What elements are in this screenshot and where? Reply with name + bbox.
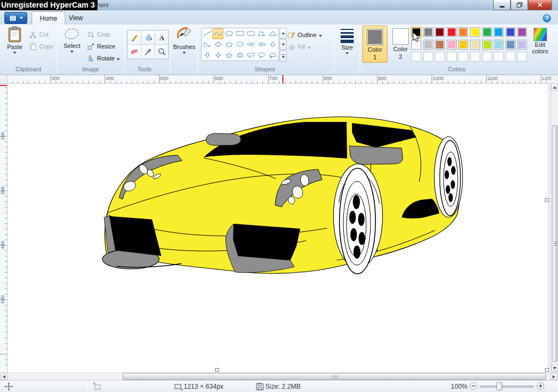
help-icon[interactable]: ? [543, 14, 551, 22]
shape-ellipse[interactable] [223, 28, 234, 39]
triangle-down-icon [282, 56, 285, 58]
palette-empty-slot[interactable] [411, 52, 421, 62]
palette-swatch[interactable] [506, 27, 515, 37]
copy-button[interactable]: Copy [29, 41, 53, 52]
cut-button[interactable]: Cut [29, 29, 48, 40]
tool-color-picker[interactable] [141, 45, 155, 59]
paste-button[interactable]: Paste [4, 26, 26, 62]
shapes-more-button[interactable] [280, 51, 287, 62]
drawing-canvas[interactable] [8, 84, 551, 372]
shape-polygon[interactable] [257, 28, 268, 39]
palette-swatch[interactable] [458, 40, 468, 50]
palette-swatch[interactable] [447, 40, 457, 50]
color1-number: 1 [373, 54, 377, 60]
palette-empty-slot[interactable] [470, 52, 480, 62]
scroll-right-button[interactable] [550, 373, 557, 380]
scroll-left-button[interactable] [1, 373, 8, 380]
resize-button[interactable]: Resize [87, 41, 116, 52]
restore-button[interactable] [511, 0, 528, 10]
tool-magnifier[interactable] [155, 45, 168, 59]
crop-button[interactable]: Crop [87, 29, 110, 40]
palette-empty-slot[interactable] [482, 52, 492, 62]
shape-callout-rounded[interactable] [246, 50, 257, 60]
shape-callout-cloud[interactable] [268, 50, 278, 60]
palette-swatch[interactable] [494, 40, 504, 50]
palette-swatch[interactable] [494, 27, 504, 37]
canvas-resize-handle-corner[interactable] [545, 368, 549, 372]
title-bar[interactable]: Unregistered HyperCam 3 Paint [0, 0, 558, 10]
tool-fill-with-color[interactable] [141, 30, 155, 45]
paint-menu-button[interactable] [4, 12, 27, 24]
zoom-in-button[interactable] [537, 382, 544, 390]
edit-colors-button[interactable]: Edit colors [525, 26, 555, 64]
minimize-button[interactable] [493, 0, 511, 10]
shape-star-5[interactable] [223, 50, 234, 60]
shape-arrow-down[interactable] [202, 50, 213, 60]
shape-arrow-left[interactable] [257, 39, 268, 50]
shapes-scroll-down-button[interactable] [280, 39, 287, 50]
canvas-resize-handle-right[interactable] [545, 198, 549, 202]
close-button[interactable]: ✕ [528, 0, 552, 10]
palette-swatch[interactable] [458, 27, 468, 37]
vertical-scrollbar[interactable] [551, 75, 558, 372]
palette-empty-slot[interactable] [423, 52, 433, 62]
outline-button[interactable]: Outline [287, 29, 322, 40]
rotate-button[interactable]: Rotate [87, 53, 120, 64]
zoom-slider-track[interactable] [480, 385, 534, 388]
horizontal-scroll-thumb[interactable] [123, 373, 546, 380]
tab-view[interactable]: View [61, 11, 90, 24]
tool-text[interactable]: A [155, 30, 168, 45]
scroll-down-button[interactable] [551, 364, 558, 372]
palette-swatch[interactable] [470, 40, 480, 50]
palette-swatch[interactable] [423, 40, 433, 50]
palette-empty-slot[interactable] [447, 52, 457, 62]
color2-button[interactable]: Color 2 [388, 26, 413, 63]
palette-swatch[interactable] [423, 27, 433, 37]
shape-pentagon[interactable] [223, 39, 234, 50]
shape-hexagon[interactable] [234, 39, 245, 50]
palette-swatch[interactable] [506, 40, 515, 50]
shape-rounded-rectangle[interactable] [246, 28, 257, 39]
palette-swatch[interactable] [447, 27, 457, 37]
shapes-scroll-up-button[interactable] [280, 28, 287, 39]
shape-arrow-right[interactable] [246, 39, 257, 50]
shape-arrow-up[interactable] [268, 39, 278, 50]
tab-home[interactable]: Home [32, 11, 65, 24]
tool-pencil[interactable] [128, 30, 141, 45]
palette-swatch[interactable] [435, 27, 445, 37]
vertical-scroll-thumb[interactable] [552, 125, 557, 362]
resize-icon [87, 42, 95, 51]
zoom-out-button[interactable] [470, 382, 477, 390]
palette-empty-slot[interactable] [494, 52, 504, 62]
shape-line[interactable] [202, 28, 213, 39]
palette-swatch[interactable] [482, 40, 492, 50]
shape-triangle[interactable] [268, 28, 278, 39]
size-button[interactable]: Size [337, 26, 357, 62]
palette-swatch[interactable] [435, 40, 445, 50]
shape-diamond[interactable] [213, 39, 223, 50]
canvas-resize-handle-bottom[interactable] [215, 368, 219, 372]
shape-right-triangle[interactable] [202, 39, 213, 50]
brushes-button[interactable]: Brushes [172, 26, 197, 62]
palette-empty-slot[interactable] [506, 52, 515, 62]
shape-star-6[interactable] [234, 50, 245, 60]
zoom-slider-thumb[interactable] [496, 382, 502, 390]
color1-button[interactable]: Color 1 [362, 26, 387, 63]
shape-rectangle[interactable] [234, 28, 245, 39]
callout-oval-icon [257, 52, 266, 59]
shapes-scroll [280, 28, 287, 62]
brushes-label: Brushes [173, 44, 195, 50]
paint-window: Unregistered HyperCam 3 Paint ✕ Home Vie… [0, 0, 558, 392]
scroll-up-button[interactable] [551, 83, 558, 91]
tool-eraser[interactable] [128, 45, 141, 59]
fill-button[interactable]: Fill [287, 41, 311, 52]
shape-curve[interactable] [213, 28, 223, 39]
horizontal-scrollbar[interactable] [0, 372, 558, 380]
shape-star-4[interactable] [213, 50, 223, 60]
shape-callout-oval[interactable] [257, 50, 268, 60]
palette-empty-slot[interactable] [435, 52, 445, 62]
palette-empty-slot[interactable] [458, 52, 468, 62]
palette-swatch[interactable] [470, 27, 480, 37]
palette-swatch[interactable] [482, 27, 492, 37]
select-button[interactable]: Select [60, 26, 84, 62]
